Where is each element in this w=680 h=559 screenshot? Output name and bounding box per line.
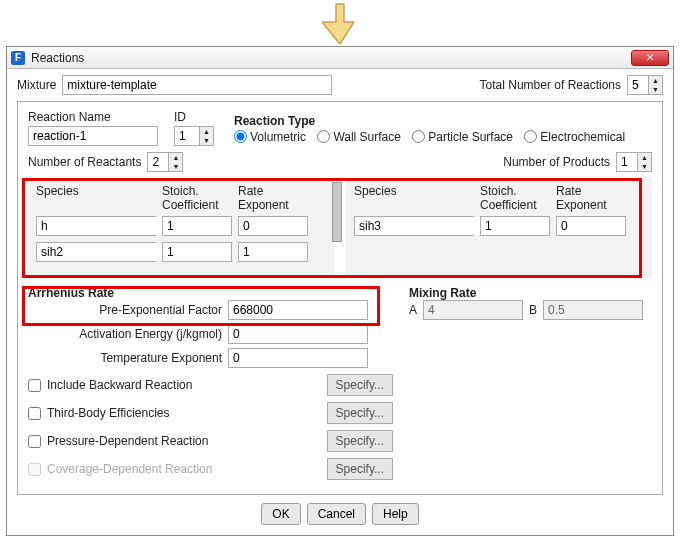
- reactant-exp[interactable]: [238, 242, 308, 262]
- product-coef[interactable]: [480, 216, 550, 236]
- product-species[interactable]: ▼: [354, 216, 474, 236]
- close-icon: ✕: [646, 52, 654, 63]
- col-species: Species: [36, 184, 156, 212]
- spin-up-icon[interactable]: ▲: [168, 153, 182, 162]
- reactant-row: ▼: [36, 216, 326, 236]
- col-rate-exp: Rate Exponent: [238, 184, 308, 212]
- reaction-name-input[interactable]: [28, 126, 158, 146]
- checkbox-backward[interactable]: [28, 379, 41, 392]
- reaction-name-label: Reaction Name: [28, 110, 158, 124]
- temp-exp-input[interactable]: [228, 348, 368, 368]
- product-exp[interactable]: [556, 216, 626, 236]
- close-button[interactable]: ✕: [631, 50, 669, 66]
- reactant-row: ▼: [36, 242, 326, 262]
- mixing-B-label: B: [529, 303, 537, 317]
- pre-exp-label: Pre-Exponential Factor: [28, 303, 228, 317]
- pre-exp-input[interactable]: [228, 300, 368, 320]
- spin-down-icon[interactable]: ▼: [199, 136, 213, 145]
- reaction-id-value[interactable]: [175, 127, 199, 145]
- reactants-panel: Species Stoich. Coefficient Rate Exponen…: [28, 178, 334, 278]
- reaction-id-label: ID: [174, 110, 214, 124]
- radio-volumetric[interactable]: Volumetric: [234, 130, 306, 144]
- radio-electrochemical[interactable]: Electrochemical: [524, 130, 625, 144]
- total-reactions-value[interactable]: [628, 76, 648, 94]
- reactant-species[interactable]: ▼: [36, 216, 156, 236]
- total-reactions-spinner[interactable]: ▲▼: [627, 75, 663, 95]
- reactant-coef[interactable]: [162, 242, 232, 262]
- num-reactants-spinner[interactable]: ▲▼: [147, 152, 183, 172]
- num-reactants-label: Number of Reactants: [28, 155, 141, 169]
- spin-down-icon[interactable]: ▼: [648, 85, 662, 94]
- specify-thirdbody[interactable]: Specify...: [327, 402, 393, 424]
- titlebar: F Reactions ✕: [7, 47, 673, 69]
- cancel-button[interactable]: Cancel: [307, 503, 366, 525]
- pointer-arrow: [0, 0, 680, 46]
- num-products-value[interactable]: [617, 153, 637, 171]
- products-panel: Species Stoich. Coefficient Rate Exponen…: [346, 178, 652, 278]
- ok-button[interactable]: OK: [261, 503, 300, 525]
- reactant-coef[interactable]: [162, 216, 232, 236]
- checkbox-pressure[interactable]: [28, 435, 41, 448]
- reactant-species[interactable]: ▼: [36, 242, 156, 262]
- total-reactions-label: Total Number of Reactions: [480, 78, 621, 92]
- app-icon: F: [11, 51, 25, 65]
- act-energy-input[interactable]: [228, 324, 368, 344]
- spin-up-icon[interactable]: ▲: [199, 127, 213, 136]
- col-stoich: Stoich. Coefficient: [162, 184, 232, 212]
- num-products-label: Number of Products: [503, 155, 610, 169]
- product-row: ▼: [354, 216, 644, 236]
- reactant-exp[interactable]: [238, 216, 308, 236]
- mixing-title: Mixing Rate: [409, 286, 652, 300]
- col-stoich: Stoich. Coefficient: [480, 184, 550, 212]
- specify-pressure[interactable]: Specify...: [327, 430, 393, 452]
- act-energy-label: Activation Energy (j/kgmol): [28, 327, 228, 341]
- temp-exp-label: Temperature Exponent: [28, 351, 228, 365]
- mixing-B-input: [543, 300, 643, 320]
- specify-backward[interactable]: Specify...: [327, 374, 393, 396]
- spin-down-icon[interactable]: ▼: [168, 162, 182, 171]
- specify-coverage: Specify...: [327, 458, 393, 480]
- reaction-type-label: Reaction Type: [234, 114, 633, 128]
- checkbox-coverage: [28, 463, 41, 476]
- col-species: Species: [354, 184, 474, 212]
- reaction-id-spinner[interactable]: ▲▼: [174, 126, 214, 146]
- spin-down-icon[interactable]: ▼: [637, 162, 651, 171]
- col-rate-exp: Rate Exponent: [556, 184, 626, 212]
- help-button[interactable]: Help: [372, 503, 419, 525]
- num-reactants-value[interactable]: [148, 153, 168, 171]
- scrollbar[interactable]: [332, 182, 342, 242]
- mixing-A-label: A: [409, 303, 417, 317]
- mixture-label: Mixture: [17, 78, 56, 92]
- spin-up-icon[interactable]: ▲: [648, 76, 662, 85]
- radio-particle-surface[interactable]: Particle Surface: [412, 130, 513, 144]
- radio-wall-surface[interactable]: Wall Surface: [317, 130, 401, 144]
- mixing-A-input: [423, 300, 523, 320]
- window-title: Reactions: [31, 51, 631, 65]
- spin-up-icon[interactable]: ▲: [637, 153, 651, 162]
- checkbox-thirdbody[interactable]: [28, 407, 41, 420]
- arrhenius-title: Arrhenius Rate: [28, 286, 393, 300]
- num-products-spinner[interactable]: ▲▼: [616, 152, 652, 172]
- mixture-input[interactable]: [62, 75, 332, 95]
